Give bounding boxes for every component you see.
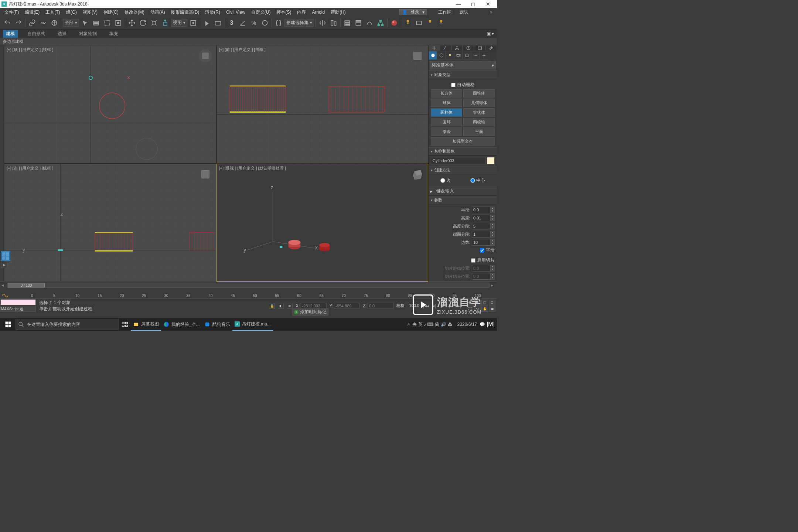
polygon-modeling-panel[interactable]: 多边形建模: [3, 39, 23, 44]
ime-indicator[interactable]: |M|: [485, 319, 496, 330]
render-icon[interactable]: [425, 18, 435, 28]
menu-view[interactable]: 视图(V): [80, 9, 100, 16]
modify-tab[interactable]: [440, 45, 451, 51]
cylinder-button[interactable]: 圆柱体: [431, 108, 462, 117]
display-tab[interactable]: [474, 45, 485, 51]
create-tab[interactable]: [429, 45, 440, 51]
viewcube-icon[interactable]: [410, 167, 425, 182]
sides-input[interactable]: [472, 239, 490, 246]
ribbon-object-paint[interactable]: 对象绘制: [76, 30, 100, 38]
render-frame-icon[interactable]: [414, 18, 424, 28]
viewport-front-label[interactable]: [+] [前 ] [用户定义 ] [线框 ]: [219, 47, 266, 52]
isolate-icon[interactable]: ◧: [278, 303, 284, 309]
percent-snap-icon[interactable]: %: [249, 18, 259, 28]
sphere-button[interactable]: 球体: [431, 99, 462, 107]
select-region-icon[interactable]: [102, 18, 112, 28]
system-tray[interactable]: ㅅ 央 英 ♪ ⌨ 简 🔊 🖧: [403, 321, 455, 328]
select-name-icon[interactable]: [91, 18, 101, 28]
search-box[interactable]: 在这里输入你要搜索的内容: [16, 319, 119, 330]
ime-status[interactable]: 央 英 ♪ ⌨ 简: [412, 321, 439, 328]
minimize-button[interactable]: —: [451, 0, 466, 8]
y-coord[interactable]: [334, 303, 360, 309]
select-icon[interactable]: [80, 18, 90, 28]
timeline-config-icon[interactable]: [1, 291, 9, 298]
selection-filter-dropdown[interactable]: 全部 ▾: [63, 19, 79, 27]
pivot-icon[interactable]: [188, 18, 198, 28]
add-time-tag[interactable]: +添加时间标记: [292, 308, 329, 316]
start-button[interactable]: [1, 318, 16, 331]
listener-input[interactable]: [0, 299, 36, 305]
cseg-input[interactable]: [472, 231, 490, 238]
z-coord[interactable]: [368, 303, 393, 309]
menu-render[interactable]: 渲染(R): [202, 9, 223, 16]
render-setup-icon[interactable]: [403, 18, 413, 28]
viewport-top[interactable]: [+] [顶 ] [用户定义 ] [线框 ] y x x: [4, 45, 216, 163]
spinner-snap-icon[interactable]: [260, 18, 270, 28]
menu-group[interactable]: 组(G): [63, 9, 80, 16]
plane-button[interactable]: 平面: [463, 127, 495, 136]
keyboard-entry-rollout[interactable]: ▸ 键盘输入: [429, 187, 497, 196]
ribbon-modeling[interactable]: 建模: [3, 30, 18, 38]
menu-chevron[interactable]: »: [487, 10, 495, 15]
spacewarps-subtab[interactable]: [471, 51, 480, 60]
creation-method-rollout[interactable]: 创建方法: [429, 166, 497, 174]
color-swatch[interactable]: [487, 157, 495, 164]
menu-animation[interactable]: 动画(A): [147, 9, 168, 16]
maximize-button[interactable]: ◻: [466, 0, 481, 8]
rotate-icon[interactable]: [138, 18, 148, 28]
login-dropdown[interactable]: 👤 登录 ▾: [399, 9, 427, 15]
notifications-icon[interactable]: 💬: [479, 319, 485, 330]
parameters-rollout[interactable]: 参数: [429, 196, 497, 204]
bind-icon[interactable]: [49, 18, 59, 28]
viewport-perspective[interactable]: [+] [透视 ] [用户定义 ] [默认明暗处理 ] z x y z x: [216, 164, 429, 282]
lights-subtab[interactable]: [446, 51, 454, 60]
align-icon[interactable]: [328, 18, 339, 28]
menu-content[interactable]: 内容: [294, 9, 309, 16]
torus-button[interactable]: 圆环: [431, 118, 462, 126]
smooth-check[interactable]: [480, 248, 484, 253]
ribbon-collapse-icon[interactable]: ▣ ▾: [487, 31, 494, 36]
menu-create[interactable]: 创建(C): [100, 9, 122, 16]
textplus-button[interactable]: 加强型文本: [431, 137, 495, 146]
layer-explorer-icon[interactable]: [342, 18, 352, 28]
edge-radio[interactable]: 边: [440, 177, 451, 184]
menu-graph[interactable]: 图形编辑器(D): [168, 9, 202, 16]
geometry-subtab[interactable]: [429, 51, 437, 60]
pyramid-button[interactable]: 四棱锥: [463, 118, 495, 126]
edit-selection-set-icon[interactable]: { }: [273, 18, 284, 28]
sides-spinner[interactable]: ▲▼: [490, 239, 495, 246]
menu-civil[interactable]: Civil View: [223, 10, 248, 15]
name-color-rollout[interactable]: 名称和颜色: [429, 147, 497, 156]
helpers-subtab[interactable]: [463, 51, 471, 60]
task-view-icon[interactable]: [119, 318, 131, 331]
window-crossing-icon[interactable]: [113, 18, 123, 28]
ribbon-selection[interactable]: 选择: [55, 30, 69, 38]
cameras-subtab[interactable]: [454, 51, 463, 60]
menu-edit[interactable]: 编辑(E): [22, 9, 42, 16]
viewport-layout-button[interactable]: [1, 251, 10, 261]
menu-tools[interactable]: 工具(T): [42, 9, 63, 16]
object-type-rollout[interactable]: 对象类型: [429, 71, 497, 79]
taskbar-item[interactable]: 3吊灯建模.ma...: [232, 318, 273, 331]
time-slider-handle[interactable]: 0 / 100: [8, 283, 45, 287]
selection-set-dropdown[interactable]: 创建选择集 ▾: [284, 19, 314, 27]
menu-arnold[interactable]: Arnold: [309, 10, 328, 15]
hseg-spinner[interactable]: ▲▼: [490, 223, 495, 229]
hierarchy-tab[interactable]: [451, 45, 463, 51]
category-dropdown[interactable]: 标准基本体▾: [430, 61, 496, 69]
menu-modifier[interactable]: 修改器(M): [122, 9, 147, 16]
menu-custom[interactable]: 自定义(U): [248, 9, 274, 16]
toggle-ribbon-icon[interactable]: [353, 18, 364, 28]
link-icon[interactable]: [27, 18, 37, 28]
height-input[interactable]: [472, 215, 490, 221]
menu-help[interactable]: 帮助(H): [328, 9, 349, 16]
radius-input[interactable]: [472, 207, 490, 213]
viewport-left[interactable]: [+] [左 ] [用户定义 ] [线框 ] z y z y: [4, 164, 216, 282]
viewport-perspective-label[interactable]: [+] [透视 ] [用户定义 ] [默认明暗处理 ]: [219, 166, 286, 171]
close-button[interactable]: ✕: [481, 0, 495, 8]
viewport-nav-button[interactable]: ▶: [1, 262, 7, 268]
viewcube-icon[interactable]: [410, 48, 425, 63]
move-icon[interactable]: [127, 18, 137, 28]
redo-icon[interactable]: [13, 18, 24, 28]
taskbar-item[interactable]: 屏幕截图: [131, 318, 161, 331]
